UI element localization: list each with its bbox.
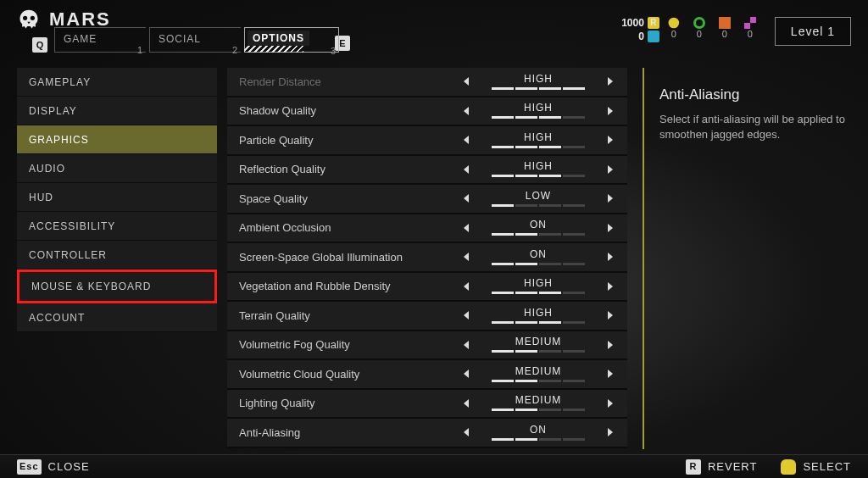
setting-row[interactable]: Screen-Space Global IlluminationON: [227, 243, 627, 273]
sidebar-item-audio[interactable]: AUDIO: [17, 154, 217, 183]
settings-list[interactable]: Render DistanceHIGHShadow QualityHIGHPar…: [227, 68, 627, 449]
tab-number: 2: [232, 45, 237, 55]
setting-level-bar: [492, 233, 585, 236]
sidebar-item-accessibility[interactable]: ACCESSIBILITY: [17, 212, 217, 241]
setting-level-bar: [492, 87, 585, 90]
setting-row[interactable]: Render DistanceHIGH: [227, 68, 627, 97]
decrease-arrow-icon[interactable]: [458, 306, 476, 325]
decrease-arrow-icon[interactable]: [458, 219, 476, 237]
tab-options[interactable]: OPTIONS 3: [244, 27, 339, 53]
setting-stepper: HIGH: [458, 277, 627, 296]
setting-value: ON: [530, 220, 547, 230]
select-button[interactable]: SELECT: [781, 459, 851, 475]
currency-value: 1000: [621, 17, 644, 29]
sidebar-item-controller[interactable]: CONTROLLER: [17, 241, 217, 270]
close-label: CLOSE: [48, 460, 90, 473]
decrease-arrow-icon[interactable]: [458, 131, 476, 149]
tab-number: 1: [137, 45, 142, 55]
increase-arrow-icon[interactable]: [600, 336, 619, 354]
footer-bar: Esc CLOSE R REVERT SELECT: [0, 454, 868, 478]
tab-label: GAME: [58, 31, 102, 47]
decrease-arrow-icon[interactable]: [458, 72, 476, 91]
setting-row[interactable]: Space QualityLOW: [227, 185, 627, 214]
setting-value: MEDIUM: [515, 395, 562, 405]
increase-arrow-icon[interactable]: [600, 160, 619, 179]
setting-stepper: HIGH: [458, 72, 627, 91]
increase-arrow-icon[interactable]: [600, 423, 619, 442]
setting-value: LOW: [526, 191, 551, 201]
setting-level-bar: [492, 175, 585, 177]
increase-arrow-icon[interactable]: [600, 219, 619, 237]
increase-arrow-icon[interactable]: [600, 247, 619, 266]
category-sidebar: GAMEPLAY DISPLAY GRAPHICS AUDIO HUD ACCE…: [17, 68, 217, 449]
setting-row[interactable]: Ambient OcclusionON: [227, 214, 627, 244]
currency-box: 1000 R 0: [621, 17, 659, 42]
top-right-cluster: 1000 R 0 0 0 0 0: [621, 17, 851, 46]
decrease-arrow-icon[interactable]: [458, 277, 476, 296]
tab-number: 3: [331, 46, 336, 56]
sidebar-item-gameplay[interactable]: GAMEPLAY: [17, 68, 217, 97]
increase-arrow-icon[interactable]: [600, 364, 619, 383]
decrease-arrow-icon[interactable]: [458, 160, 476, 179]
decrease-arrow-icon[interactable]: [458, 189, 476, 208]
setting-value: ON: [530, 249, 547, 259]
setting-row[interactable]: Anti-AliasingON: [227, 419, 627, 448]
resource-box: 0: [719, 17, 731, 39]
increase-arrow-icon[interactable]: [600, 72, 619, 91]
setting-row[interactable]: Particle QualityHIGH: [227, 126, 627, 156]
setting-row[interactable]: Terrain QualityHIGH: [227, 302, 627, 331]
decrease-arrow-icon[interactable]: [458, 336, 476, 354]
currency-r-icon: R: [648, 17, 659, 29]
increase-arrow-icon[interactable]: [600, 189, 619, 208]
resource-orb: 0: [693, 17, 705, 39]
decrease-arrow-icon[interactable]: [458, 247, 476, 266]
setting-row[interactable]: Shadow QualityHIGH: [227, 97, 627, 127]
setting-row[interactable]: Vegetation and Rubble DensityHIGH: [227, 273, 627, 303]
setting-row[interactable]: Volumetric Fog QualityMEDIUM: [227, 331, 627, 361]
info-title: Anti-Aliasing: [659, 86, 850, 103]
setting-label: Vegetation and Rubble Density: [227, 280, 458, 292]
setting-label: Particle Quality: [227, 134, 458, 147]
setting-stepper: HIGH: [458, 160, 627, 179]
setting-label: Render Distance: [227, 75, 458, 88]
setting-value: ON: [530, 425, 547, 435]
revert-button[interactable]: R REVERT: [686, 459, 758, 475]
active-tab-hatch: [244, 46, 303, 53]
decrease-arrow-icon[interactable]: [458, 423, 476, 442]
increase-arrow-icon[interactable]: [600, 394, 619, 413]
increase-arrow-icon[interactable]: [600, 102, 619, 120]
tab-prev-key[interactable]: Q: [32, 37, 47, 53]
tab-label: OPTIONS: [248, 31, 309, 46]
sidebar-label: ACCESSIBILITY: [29, 220, 115, 232]
sidebar-item-graphics[interactable]: GRAPHICS: [17, 125, 217, 154]
sidebar-item-display[interactable]: DISPLAY: [17, 97, 217, 125]
setting-level-bar: [492, 350, 585, 353]
credits-icon: [648, 31, 659, 42]
level-button[interactable]: Level 1: [775, 17, 851, 46]
top-tabs: GAME 1 SOCIAL 2 OPTIONS 3: [54, 27, 339, 53]
setting-label: Shadow Quality: [227, 104, 458, 117]
setting-row[interactable]: Volumetric Cloud QualityMEDIUM: [227, 360, 627, 390]
sidebar-item-mouse-keyboard[interactable]: MOUSE & KEYBOARD: [17, 270, 217, 303]
tab-game[interactable]: GAME 1: [54, 27, 146, 53]
currency-sub-value: 0: [638, 31, 644, 42]
increase-arrow-icon[interactable]: [600, 277, 619, 296]
r-keycap: R: [686, 459, 701, 475]
sidebar-item-account[interactable]: ACCOUNT: [17, 303, 217, 332]
setting-value-col: HIGH: [487, 103, 589, 119]
setting-value-col: MEDIUM: [487, 395, 589, 411]
decrease-arrow-icon[interactable]: [458, 102, 476, 120]
setting-value-col: LOW: [487, 191, 589, 207]
decrease-arrow-icon[interactable]: [458, 394, 476, 413]
setting-label: Reflection Quality: [227, 163, 458, 175]
increase-arrow-icon[interactable]: [600, 131, 619, 149]
setting-row[interactable]: Lighting QualityMEDIUM: [227, 390, 627, 420]
decrease-arrow-icon[interactable]: [458, 364, 476, 383]
setting-label: Space Quality: [227, 192, 458, 205]
increase-arrow-icon[interactable]: [600, 306, 619, 325]
close-button[interactable]: Esc CLOSE: [17, 459, 90, 475]
tab-social[interactable]: SOCIAL 2: [149, 27, 241, 53]
setting-value-col: MEDIUM: [487, 366, 589, 382]
sidebar-item-hud[interactable]: HUD: [17, 183, 217, 212]
setting-row[interactable]: Reflection QualityHIGH: [227, 156, 627, 186]
